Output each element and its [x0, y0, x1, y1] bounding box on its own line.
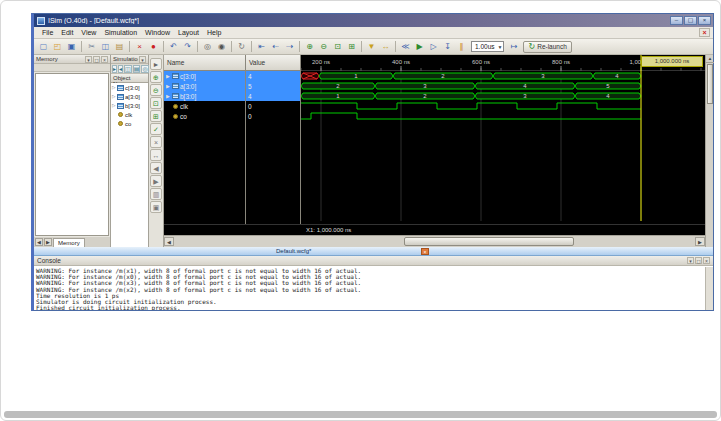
name-column-header[interactable]: Name — [164, 55, 246, 71]
console-panel-header[interactable]: Console ▾ ◻ × — [34, 256, 713, 266]
copy-icon[interactable]: ◫ — [99, 40, 112, 53]
relaunch-button[interactable]: ↻Re-launch — [523, 41, 571, 53]
wave-signal-name-row[interactable]: ▶a[3:0] — [164, 81, 245, 91]
memory-panel-header[interactable]: Memory ▾ ◻ × — [34, 55, 110, 64]
wave-signal-value-row[interactable]: 0 — [246, 101, 300, 111]
menu-file[interactable]: File — [38, 28, 57, 37]
panel-menu-icon[interactable]: ▾ — [139, 56, 146, 63]
filter-constants-icon[interactable]: ▤ — [133, 65, 141, 73]
console-scrollbar[interactable] — [705, 267, 713, 310]
menu-simulation[interactable]: Simulation — [100, 28, 141, 37]
title-bar[interactable]: ISim (O.40d) - [Default.wcfg*] – ▢ × — [34, 14, 713, 27]
save-icon[interactable]: ▣ — [65, 40, 78, 53]
go-to-time-zero-icon[interactable]: ⇤ — [255, 40, 268, 53]
wave-signal-name-row[interactable]: ▶c[3:0] — [164, 71, 245, 81]
close-button[interactable]: × — [698, 16, 711, 25]
next-edge-icon[interactable]: ▶ — [150, 175, 162, 187]
wave-signal-value-row[interactable]: 5 — [246, 81, 300, 91]
filter-outputs-icon[interactable]: ◂ — [118, 65, 123, 73]
panel-close-icon[interactable]: × — [101, 56, 108, 63]
next-transition-icon[interactable]: ⇢ — [283, 40, 296, 53]
wave-horizontal-scrollbar[interactable]: ◀ ▶ — [164, 235, 705, 247]
wave-grid-icon[interactable]: ▥ — [150, 188, 162, 200]
menu-help[interactable]: Help — [203, 28, 225, 37]
scrollbar-thumb[interactable] — [707, 64, 713, 104]
zoom-out-icon[interactable]: ⊖ — [317, 40, 330, 53]
zoom-to-fit-icon[interactable]: ⊡ — [331, 40, 344, 53]
zoom-in-icon[interactable]: ⊕ — [303, 40, 316, 53]
page-bottom-scrollbar[interactable] — [4, 411, 717, 418]
chevron-down-icon[interactable]: ▼ — [498, 44, 503, 50]
run-time-input[interactable]: 1.00us▼ — [471, 41, 504, 52]
panel-float-icon[interactable]: ◻ — [93, 56, 100, 63]
prev-edge-icon[interactable]: ◀ — [150, 162, 162, 174]
menu-window[interactable]: Window — [141, 28, 174, 37]
object-row[interactable]: clk — [111, 110, 148, 119]
document-close-icon[interactable]: × — [699, 28, 710, 37]
wave-zoom-full-icon[interactable]: ⊞ — [150, 110, 162, 122]
wave-signal-name-row[interactable]: co — [164, 111, 245, 121]
filter-inputs-icon[interactable]: ▸ — [112, 65, 117, 73]
zoom-full-icon[interactable]: ⊞ — [345, 40, 358, 53]
value-column-header[interactable]: Value — [246, 55, 301, 71]
scroll-up-icon[interactable]: ▲ — [706, 55, 714, 63]
wave-signal-value-row[interactable]: 4 — [246, 71, 300, 81]
step-return-icon[interactable]: ↦ — [507, 40, 520, 53]
object-row[interactable]: ▷a[3:0] — [111, 92, 148, 101]
timeline-ruler[interactable]: 200 ns400 ns600 ns800 ns1,000 ns 1,000.0… — [301, 55, 705, 71]
wave-signal-value-row[interactable]: 4 — [246, 91, 300, 101]
step-icon[interactable]: ↧ — [441, 40, 454, 53]
redo-icon[interactable]: ↷ — [181, 40, 194, 53]
wave-zoom-in-icon[interactable]: ⊕ — [150, 71, 162, 83]
tab-scroll-right-icon[interactable]: ▶ — [44, 238, 52, 246]
cut-icon[interactable]: ✂ — [85, 40, 98, 53]
tab-scroll-left-icon[interactable]: ◀ — [35, 238, 43, 246]
filter-variables-icon[interactable]: ◎ — [141, 65, 148, 73]
find-in-files-icon[interactable]: ◉ — [215, 40, 228, 53]
object-row[interactable]: co — [111, 119, 148, 128]
wave-zoom-fit-icon[interactable]: ⊡ — [150, 97, 162, 109]
run-all-icon[interactable]: ▶ — [413, 40, 426, 53]
maximize-button[interactable]: ▢ — [684, 16, 697, 25]
console-output[interactable]: WARNING: For instance /m(x1), width 8 of… — [34, 266, 713, 310]
scroll-right-icon[interactable]: ▶ — [695, 237, 705, 246]
minimize-button[interactable]: – — [670, 16, 683, 25]
wave-signal-name-row[interactable]: ▶b[3:0] — [164, 91, 245, 101]
prev-transition-icon[interactable]: ⇠ — [269, 40, 282, 53]
wave-delete-icon[interactable]: × — [150, 136, 162, 148]
wave-check-icon[interactable]: ✓ — [150, 123, 162, 135]
undo-icon[interactable]: ↶ — [167, 40, 180, 53]
wave-signal-name-row[interactable]: clk — [164, 101, 245, 111]
menu-edit[interactable]: Edit — [57, 28, 77, 37]
restart-icon[interactable]: ≪ — [399, 40, 412, 53]
memory-panel-body[interactable] — [35, 73, 109, 236]
run-for-time-icon[interactable]: ▷ — [427, 40, 440, 53]
tab-default-wcfg[interactable]: Default.wcfg* — [276, 248, 311, 254]
add-marker-icon[interactable]: ▼ — [365, 40, 378, 53]
find-icon[interactable]: ◎ — [201, 40, 214, 53]
close-doc-icon[interactable]: × — [133, 40, 146, 53]
tab-memory[interactable]: Memory — [53, 238, 85, 247]
paste-icon[interactable]: ▤ — [113, 40, 126, 53]
wave-signal-value-row[interactable]: 0 — [246, 111, 300, 121]
wave-vertical-scrollbar[interactable]: ▲ — [705, 55, 713, 247]
wave-snapshot-icon[interactable]: ▣ — [150, 201, 162, 213]
select-pointer-icon[interactable]: ► — [150, 58, 162, 70]
object-row[interactable]: ▷c[3:0] — [111, 83, 148, 92]
panel-close-icon[interactable]: × — [703, 257, 710, 264]
open-icon[interactable]: ◰ — [51, 40, 64, 53]
break-icon[interactable]: ∥ — [455, 40, 468, 53]
object-row[interactable]: ▷b[3:0] — [111, 101, 148, 110]
wave-measure-icon[interactable]: ↔ — [150, 149, 162, 161]
scroll-left-icon[interactable]: ◀ — [164, 237, 174, 246]
record-icon[interactable]: ● — [147, 40, 160, 53]
wave-zoom-out-icon[interactable]: ⊖ — [150, 84, 162, 96]
tab-close-icon[interactable]: × — [421, 248, 429, 255]
new-icon[interactable]: ▢ — [37, 40, 50, 53]
filter-inouts-icon[interactable]: ◫ — [124, 65, 132, 73]
panel-float-icon[interactable]: ◻ — [695, 257, 702, 264]
menu-view[interactable]: View — [77, 28, 100, 37]
measure-marker-icon[interactable]: ↔ — [379, 40, 392, 53]
waveform-canvas[interactable]: 123423451234 — [301, 71, 705, 224]
objects-panel-header[interactable]: Simulation Ob... ▾ — [111, 55, 148, 64]
